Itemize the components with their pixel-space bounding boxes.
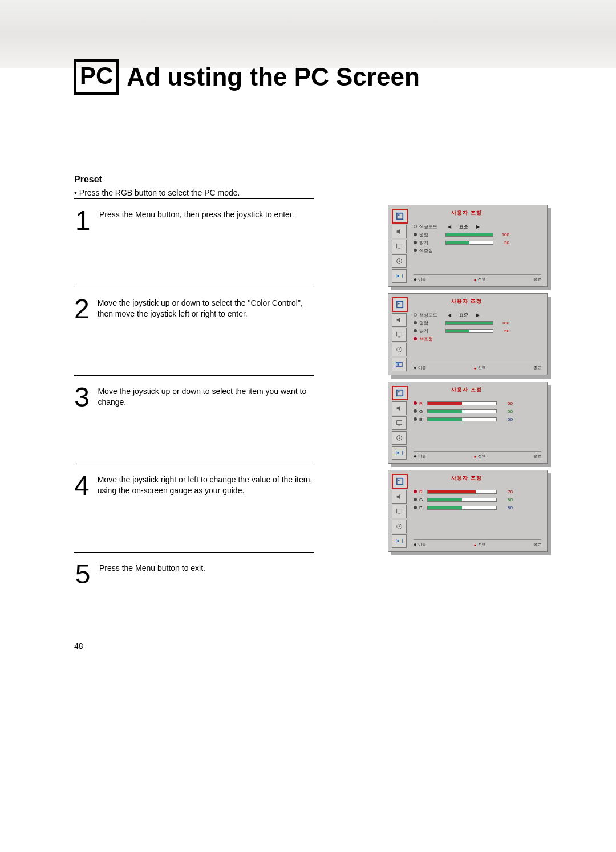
osd-row-label: R	[419, 401, 425, 406]
svg-rect-17	[398, 425, 400, 426]
svg-point-22	[398, 480, 400, 481]
svg-rect-9	[397, 332, 402, 336]
svg-rect-14	[397, 390, 403, 396]
osd-tab-time-icon	[392, 431, 407, 445]
osd-tab-sound-icon	[392, 401, 407, 415]
osd-row-value: 50	[502, 401, 513, 406]
svg-rect-27	[398, 540, 400, 542]
osd-tab-time-icon	[392, 343, 407, 356]
osd-title: 사용자 조정	[451, 386, 482, 393]
osd-tab-screen-icon	[392, 416, 407, 430]
osd-row-value: 50	[502, 505, 513, 510]
svg-rect-21	[397, 478, 403, 485]
osd-tab-picture-icon	[392, 209, 408, 224]
step-1: 1 Press the Menu button, then press the …	[74, 207, 317, 234]
osd-tab-sound-icon	[392, 225, 407, 238]
osd-tab-screen-icon	[392, 328, 407, 342]
osd-tab-sound-icon	[392, 313, 407, 327]
osd-tab-function-icon	[392, 269, 407, 283]
step-text: Press the Menu button to exit.	[99, 563, 205, 574]
page-number: 48	[74, 642, 83, 651]
section-title: Preset	[74, 175, 548, 185]
osd-tab-function-icon	[392, 446, 407, 460]
osd-row-value: 100	[499, 320, 509, 326]
osd-row-label: 색조정	[419, 248, 443, 254]
step-4: 4 Move the joystick right or left to cha…	[74, 472, 317, 500]
step-text: Move the joystick up or down to select t…	[98, 386, 317, 408]
osd-title: 사용자 조정	[451, 209, 482, 217]
divider	[74, 375, 314, 376]
pc-badge: PC	[74, 59, 119, 95]
step-5: 5 Press the Menu button to exit.	[74, 561, 317, 588]
osd-row-label: G	[419, 497, 425, 502]
svg-rect-0	[397, 213, 403, 220]
svg-rect-7	[397, 302, 403, 308]
svg-rect-2	[397, 244, 402, 248]
osd-row-label: 명암	[419, 232, 443, 238]
svg-rect-20	[398, 452, 400, 454]
osd-tab-function-icon	[392, 534, 407, 548]
step-number: 4	[74, 472, 90, 500]
svg-rect-23	[397, 509, 402, 513]
osd-tab-screen-icon	[392, 240, 407, 253]
osd-row-label: R	[419, 489, 425, 494]
osd-tab-function-icon	[392, 358, 407, 371]
osd-screenshot-1: 사용자 조정 색상모드◀표준▶ 명암100 밝기50 색조정 ◆이동 ●선택 종…	[388, 205, 548, 287]
svg-point-15	[398, 391, 400, 393]
osd-title: 사용자 조정	[451, 298, 482, 305]
svg-rect-16	[397, 421, 402, 425]
osd-tab-picture-icon	[392, 297, 408, 312]
osd-row-label: 밝기	[419, 328, 443, 334]
osd-row-value: 표준	[456, 224, 472, 230]
step-text: Press the Menu button, then press the jo…	[99, 209, 294, 220]
step-3: 3 Move the joystick up or down to select…	[74, 384, 317, 411]
page-title: Ad usting the PC Screen	[127, 63, 419, 91]
osd-row-value: 100	[499, 232, 509, 237]
divider	[74, 464, 314, 464]
osd-row-value: 70	[502, 489, 513, 494]
divider	[74, 198, 314, 199]
osd-row-value: 50	[502, 409, 513, 414]
osd-row-label: 색조정	[419, 336, 443, 342]
step-number: 2	[74, 295, 90, 323]
step-number: 3	[74, 384, 90, 411]
osd-row-value: 50	[502, 417, 513, 422]
osd-tab-time-icon	[392, 520, 407, 533]
osd-row-value: 표준	[456, 312, 472, 318]
osd-row-label: 색상모드	[419, 224, 443, 230]
divider	[74, 287, 314, 287]
header-banner	[0, 0, 616, 68]
svg-point-8	[398, 303, 400, 305]
osd-footer: ◆이동 ●선택 종료	[414, 274, 541, 283]
osd-row-label: G	[419, 409, 425, 414]
svg-rect-3	[398, 249, 400, 249]
osd-screenshot-2: 사용자 조정 색상모드◀표준▶ 명암100 밝기50 색조정 ◆이동 ●선택 종…	[388, 293, 548, 375]
step-number: 1	[74, 207, 91, 234]
divider	[74, 552, 314, 553]
osd-row-label: B	[419, 417, 425, 422]
osd-tab-sound-icon	[392, 490, 407, 504]
svg-rect-6	[398, 275, 400, 277]
osd-tab-picture-icon	[392, 474, 408, 489]
osd-tab-screen-icon	[392, 505, 407, 518]
osd-footer: ◆이동 ●선택 종료	[414, 363, 541, 371]
osd-row-label: 색상모드	[419, 312, 443, 318]
pc-badge-text: PC	[80, 64, 113, 88]
osd-screenshot-3: 사용자 조정 R50 G50 B50 ◆이동 ●선택 종료	[388, 382, 548, 464]
step-2: 2 Move the joystick up or down to select…	[74, 295, 317, 323]
svg-rect-13	[398, 363, 400, 366]
osd-footer: ◆이동 ●선택 종료	[414, 539, 541, 548]
osd-footer: ◆이동 ●선택 종료	[414, 451, 541, 460]
osd-row-label: B	[419, 505, 425, 510]
osd-row-label: 명암	[419, 320, 443, 326]
svg-rect-10	[398, 337, 400, 338]
step-text: Move the joystick right or left to chang…	[98, 474, 317, 496]
osd-row-value: 50	[499, 328, 509, 334]
svg-point-1	[398, 214, 400, 216]
osd-row-value: 50	[502, 497, 513, 502]
step-text: Move the joystick up or down to select t…	[98, 298, 317, 319]
svg-rect-24	[398, 514, 400, 514]
osd-tab-time-icon	[392, 254, 407, 268]
osd-tab-picture-icon	[392, 386, 408, 400]
step-number: 5	[74, 561, 91, 588]
